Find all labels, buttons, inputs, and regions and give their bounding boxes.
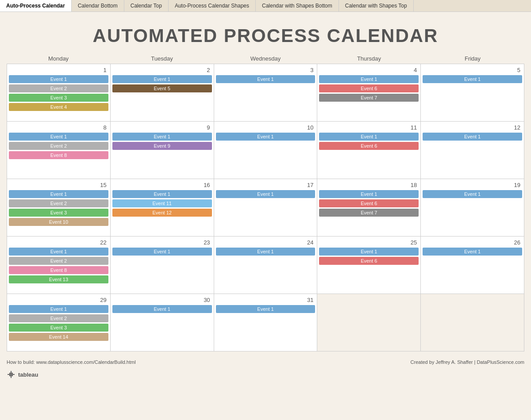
event-bar[interactable]: Event 2 bbox=[9, 199, 108, 207]
event-bar[interactable]: Event 1 bbox=[319, 190, 419, 198]
day-cell: 1Event 1Event 2Event 3Event 4 bbox=[7, 64, 111, 122]
day-cell: 10Event 1 bbox=[214, 122, 318, 179]
event-bar[interactable]: Event 1 bbox=[112, 133, 212, 141]
day-number: 16 bbox=[112, 181, 212, 190]
day-number: 19 bbox=[423, 181, 522, 190]
event-bar[interactable]: Event 1 bbox=[9, 190, 108, 198]
event-bar[interactable]: Event 8 bbox=[9, 266, 108, 274]
event-bar[interactable]: Event 1 bbox=[319, 133, 419, 141]
tab-shapes[interactable]: Auto-Process Calendar Shapes bbox=[169, 0, 256, 11]
event-bar[interactable]: Event 7 bbox=[319, 94, 419, 102]
event-bar[interactable]: Event 2 bbox=[9, 257, 108, 265]
event-bar[interactable]: Event 5 bbox=[112, 84, 212, 92]
event-bar[interactable]: Event 9 bbox=[112, 142, 212, 150]
day-cell: 29Event 1Event 2Event 3Event 14 bbox=[7, 294, 111, 351]
event-bar[interactable]: Event 1 bbox=[423, 248, 522, 256]
tab-calendar-bottom[interactable]: Calendar Bottom bbox=[72, 0, 124, 11]
day-cell: 17Event 1 bbox=[214, 179, 318, 237]
event-bar[interactable]: Event 1 bbox=[112, 248, 212, 256]
footer: How to build: www.dataplusscience.com/Ca… bbox=[0, 356, 531, 368]
event-bar[interactable]: Event 1 bbox=[423, 75, 522, 83]
day-number: 24 bbox=[216, 238, 316, 248]
event-bar[interactable]: Event 1 bbox=[216, 305, 316, 313]
day-cell: 25Event 1Event 6 bbox=[317, 237, 421, 294]
event-bar[interactable]: Event 4 bbox=[9, 103, 108, 111]
calendar-header: Monday Tuesday Wednesday Thursday Friday bbox=[7, 55, 524, 64]
event-bar[interactable]: Event 1 bbox=[9, 305, 108, 313]
day-cell: 31Event 1 bbox=[214, 294, 318, 351]
day-cell: 2Event 1Event 5 bbox=[111, 64, 214, 122]
day-number: 23 bbox=[112, 238, 212, 248]
event-bar[interactable]: Event 1 bbox=[216, 248, 316, 256]
day-number: 11 bbox=[319, 123, 419, 133]
day-number: 8 bbox=[9, 123, 108, 133]
event-bar[interactable]: Event 1 bbox=[319, 75, 419, 83]
tab-calendar-top[interactable]: Calendar Top bbox=[124, 0, 169, 11]
day-number: 12 bbox=[423, 123, 522, 133]
page-title: AUTOMATED PROCESS CALENDAR bbox=[0, 12, 531, 55]
day-cell: 8Event 1Event 2Event 8 bbox=[7, 122, 111, 179]
day-cell: 4Event 1Event 6Event 7 bbox=[317, 64, 421, 122]
footer-left: How to build: www.dataplusscience.com/Ca… bbox=[7, 359, 136, 365]
event-bar[interactable]: Event 6 bbox=[319, 142, 419, 150]
day-cell: 30Event 1 bbox=[111, 294, 214, 351]
day-number: 5 bbox=[423, 66, 522, 75]
day-cell: 18Event 1Event 6Event 7 bbox=[317, 179, 421, 237]
svg-rect-4 bbox=[9, 373, 13, 374]
event-bar[interactable]: Event 1 bbox=[9, 248, 108, 256]
day-number: 30 bbox=[112, 296, 212, 305]
day-cell: 9Event 1Event 9 bbox=[111, 122, 214, 179]
day-cell: 3Event 1 bbox=[214, 64, 318, 122]
event-bar[interactable]: Event 1 bbox=[112, 305, 212, 313]
event-bar[interactable]: Event 1 bbox=[112, 190, 212, 198]
day-number: 25 bbox=[319, 238, 419, 248]
day-number: 2 bbox=[112, 66, 212, 75]
event-bar[interactable]: Event 10 bbox=[9, 218, 108, 226]
event-bar[interactable]: Event 2 bbox=[9, 142, 108, 150]
event-bar[interactable]: Event 3 bbox=[9, 209, 108, 217]
event-bar[interactable]: Event 14 bbox=[9, 333, 108, 341]
event-bar[interactable]: Event 1 bbox=[423, 133, 522, 141]
event-bar[interactable]: Event 1 bbox=[216, 75, 316, 83]
svg-rect-5 bbox=[9, 375, 13, 376]
day-cell: 26Event 1 bbox=[421, 237, 524, 294]
day-cell: 5Event 1 bbox=[421, 64, 524, 122]
header-tuesday: Tuesday bbox=[110, 55, 214, 62]
event-bar[interactable]: Event 6 bbox=[319, 257, 419, 265]
day-cell: 16Event 1Event 11Event 12 bbox=[111, 179, 214, 237]
tab-shapes-bottom[interactable]: Calendar with Shapes Bottom bbox=[256, 0, 339, 11]
event-bar[interactable]: Event 2 bbox=[9, 84, 108, 92]
event-bar[interactable]: Event 3 bbox=[9, 324, 108, 332]
event-bar[interactable]: Event 1 bbox=[112, 75, 212, 83]
tab-shapes-top[interactable]: Calendar with Shapes Top bbox=[339, 0, 414, 11]
day-number: 26 bbox=[423, 238, 522, 248]
event-bar[interactable]: Event 6 bbox=[319, 199, 419, 207]
event-bar[interactable]: Event 1 bbox=[319, 248, 419, 256]
svg-rect-1 bbox=[8, 374, 15, 375]
tableau-label: tableau bbox=[18, 371, 38, 378]
footer-right: Created by Jeffrey A. Shaffer | DataPlus… bbox=[411, 359, 524, 365]
day-cell bbox=[317, 294, 421, 351]
event-bar[interactable]: Event 2 bbox=[9, 314, 108, 322]
event-bar[interactable]: Event 1 bbox=[216, 190, 316, 198]
calendar-container: Monday Tuesday Wednesday Thursday Friday… bbox=[0, 55, 531, 356]
event-bar[interactable]: Event 12 bbox=[112, 209, 212, 217]
event-bar[interactable]: Event 6 bbox=[319, 84, 419, 92]
header-thursday: Thursday bbox=[317, 55, 421, 62]
event-bar[interactable]: Event 7 bbox=[319, 209, 419, 217]
event-bar[interactable]: Event 1 bbox=[216, 133, 316, 141]
event-bar[interactable]: Event 3 bbox=[9, 94, 108, 102]
day-cell: 19Event 1 bbox=[421, 179, 524, 237]
event-bar[interactable]: Event 11 bbox=[112, 199, 212, 207]
event-bar[interactable]: Event 1 bbox=[9, 75, 108, 83]
event-bar[interactable]: Event 1 bbox=[423, 190, 522, 198]
day-cell bbox=[421, 294, 524, 351]
day-number: 15 bbox=[9, 181, 108, 190]
day-number: 18 bbox=[319, 181, 419, 190]
day-cell: 23Event 1 bbox=[111, 237, 214, 294]
tab-auto-process[interactable]: Auto-Process Calendar bbox=[0, 0, 72, 11]
day-cell: 11Event 1Event 6 bbox=[317, 122, 421, 179]
event-bar[interactable]: Event 1 bbox=[9, 133, 108, 141]
event-bar[interactable]: Event 13 bbox=[9, 275, 108, 283]
event-bar[interactable]: Event 8 bbox=[9, 151, 108, 159]
